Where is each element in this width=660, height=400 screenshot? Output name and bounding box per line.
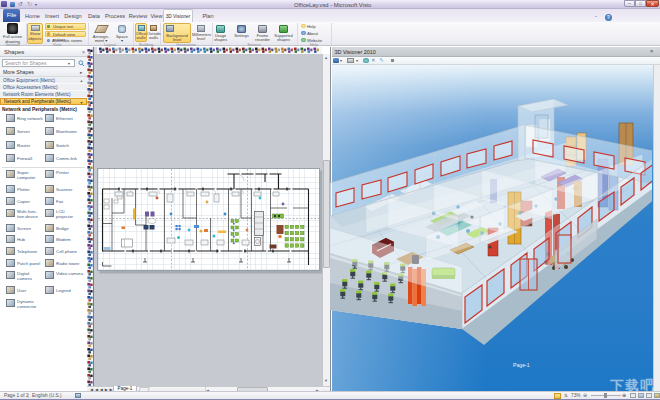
svg-text:Page-1: Page-1 [513,362,530,368]
